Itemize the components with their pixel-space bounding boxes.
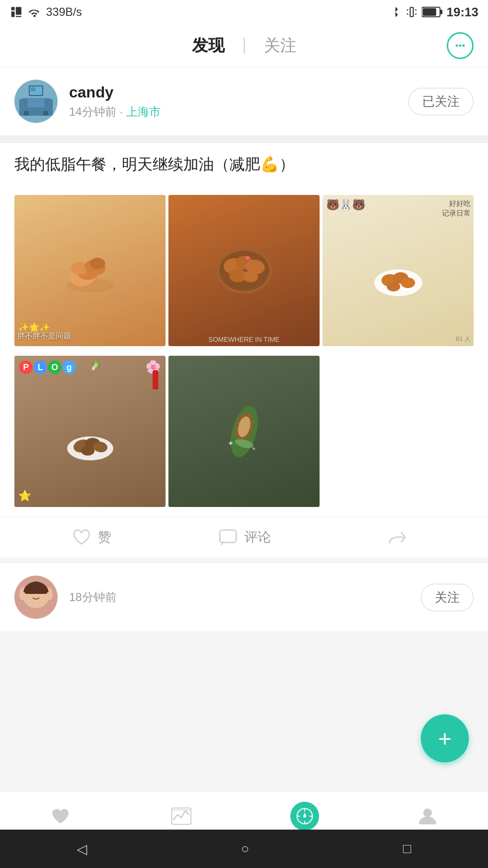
- user-meta-candy: 14分钟前 · 上海市: [69, 104, 397, 120]
- time-since: 14分钟前: [69, 105, 117, 118]
- trend-icon: [169, 804, 194, 829]
- wifi-icon: [28, 7, 41, 17]
- post-image-2[interactable]: SOMEWHERE IN TIME: [168, 195, 320, 346]
- food-img-4-svg: [64, 420, 117, 463]
- img1-overlay-text: 胖不胖不是问题: [17, 331, 71, 341]
- header: 发现 关注: [0, 24, 488, 67]
- network-speed: 339B/s: [46, 5, 82, 19]
- post-content-1: 我的低脂午餐，明天继续加油（减肥💪）: [0, 143, 488, 195]
- fab-button[interactable]: +: [421, 714, 469, 762]
- back-button[interactable]: ◁: [77, 841, 87, 857]
- post-image-1[interactable]: 胖不胖不是问题 ✨🌟✨: [14, 195, 166, 346]
- header-tabs: 发现 关注: [173, 35, 316, 57]
- svg-point-37: [243, 271, 258, 282]
- follow-button-candy[interactable]: 已关注: [408, 88, 474, 115]
- like-label: 赞: [98, 528, 111, 546]
- svg-point-14: [463, 44, 465, 47]
- svg-point-30: [90, 258, 105, 269]
- android-bar: ◁ ○ □: [0, 830, 488, 868]
- food-img-3-svg: [372, 259, 425, 297]
- tab-following[interactable]: 关注: [245, 35, 316, 57]
- user-meta-2: 18分钟前: [69, 590, 409, 605]
- post-text-1: 我的低脂午餐，明天继续加油（减肥💪）: [14, 153, 474, 176]
- veg-icon: 🥬: [90, 361, 101, 371]
- svg-point-62: [46, 591, 53, 600]
- avatar-sofa-image: [14, 80, 58, 123]
- svg-rect-55: [220, 530, 236, 542]
- location-tag[interactable]: 上海市: [126, 105, 161, 118]
- avatar-baby-image: [14, 576, 58, 619]
- status-bar: 339B/s 19:13: [0, 0, 488, 24]
- plog-badge: P L O g: [19, 361, 76, 374]
- empty-grid-cell: [322, 356, 474, 507]
- discover-icon: [290, 802, 319, 831]
- svg-point-38: [246, 256, 250, 260]
- post-image-5[interactable]: ✦ ✦: [168, 356, 320, 507]
- username-candy: candy: [69, 84, 397, 101]
- image-grid-1: 胖不胖不是问题 ✨🌟✨: [0, 195, 488, 356]
- comment-icon: [217, 527, 238, 548]
- battery-icon: [422, 6, 443, 18]
- avatar-baby[interactable]: [14, 576, 58, 619]
- notification-icon: [10, 5, 23, 19]
- post-image-3[interactable]: 🐻🐰🐻 好好吃记录日常 ·: [322, 195, 474, 346]
- svg-rect-20: [24, 111, 29, 116]
- vibrate-icon: [405, 6, 418, 18]
- avatar-candy[interactable]: [14, 80, 58, 123]
- message-button[interactable]: [447, 32, 474, 59]
- img2-overlay-text: SOMEWHERE IN TIME: [208, 336, 279, 343]
- time-since-2: 18分钟前: [69, 591, 117, 603]
- status-right: 19:13: [389, 5, 479, 20]
- svg-rect-2: [16, 7, 22, 15]
- like-button[interactable]: 赞: [14, 527, 167, 548]
- svg-point-61: [19, 591, 26, 600]
- health-icon: [48, 804, 73, 829]
- animal-emoji-icon: 🐻🐰🐻: [326, 199, 365, 211]
- post-image-4[interactable]: P L O g 🌸 🥬: [14, 356, 166, 507]
- svg-point-12: [456, 44, 458, 47]
- svg-line-8: [415, 13, 416, 14]
- svg-line-5: [407, 10, 408, 11]
- svg-rect-1: [12, 12, 15, 17]
- recent-button[interactable]: □: [403, 841, 411, 856]
- star-icon: ⭐: [18, 490, 31, 502]
- home-button[interactable]: ○: [241, 841, 250, 856]
- comment-label: 评论: [244, 528, 271, 546]
- img3-tag: · 81 人: [452, 335, 471, 343]
- clock: 19:13: [447, 5, 479, 20]
- svg-point-42: [401, 277, 415, 288]
- post-card-2: 18分钟前 关注: [0, 563, 488, 631]
- share-icon: [387, 527, 408, 548]
- bluetooth-icon: [389, 6, 402, 18]
- scroll-area: candy 14分钟前 · 上海市 已关注 我的低脂午餐，明天继续加油（减肥💪）: [0, 67, 488, 747]
- svg-line-7: [415, 10, 416, 11]
- food-img-5-svg: ✦ ✦: [218, 403, 271, 460]
- sparkle-icon: ✨🌟✨: [18, 322, 50, 333]
- user-detail-2: 18分钟前: [69, 590, 409, 605]
- tab-discover[interactable]: 发现: [173, 35, 244, 57]
- fab-icon: +: [438, 725, 452, 752]
- user-detail-candy: candy 14分钟前 · 上海市: [69, 84, 397, 120]
- svg-rect-21: [43, 111, 48, 116]
- ketchup-bottle: [153, 370, 158, 389]
- svg-rect-4: [410, 7, 413, 17]
- action-bar-1: 赞 评论: [0, 517, 488, 557]
- img3-overlay-text: 好好吃记录日常: [442, 199, 471, 217]
- me-icon: [415, 804, 440, 829]
- svg-line-6: [407, 13, 408, 14]
- share-button[interactable]: [321, 527, 474, 548]
- svg-rect-63: [172, 808, 191, 824]
- follow-button-2[interactable]: 关注: [421, 584, 474, 611]
- chat-icon: [447, 32, 474, 59]
- user-info-2: 18分钟前 关注: [0, 563, 488, 631]
- comment-button[interactable]: 评论: [167, 527, 321, 548]
- svg-point-13: [459, 44, 462, 47]
- heart-icon: [71, 527, 92, 548]
- svg-point-48: [81, 446, 95, 456]
- image-grid-bottom: P L O g 🌸 🥬: [0, 356, 488, 517]
- svg-rect-11: [440, 10, 442, 14]
- post-card-1: candy 14分钟前 · 上海市 已关注 我的低脂午餐，明天继续加油（减肥💪）: [0, 67, 488, 557]
- status-left: 339B/s: [10, 5, 82, 19]
- svg-point-72: [423, 808, 432, 817]
- separator-1: [0, 135, 488, 143]
